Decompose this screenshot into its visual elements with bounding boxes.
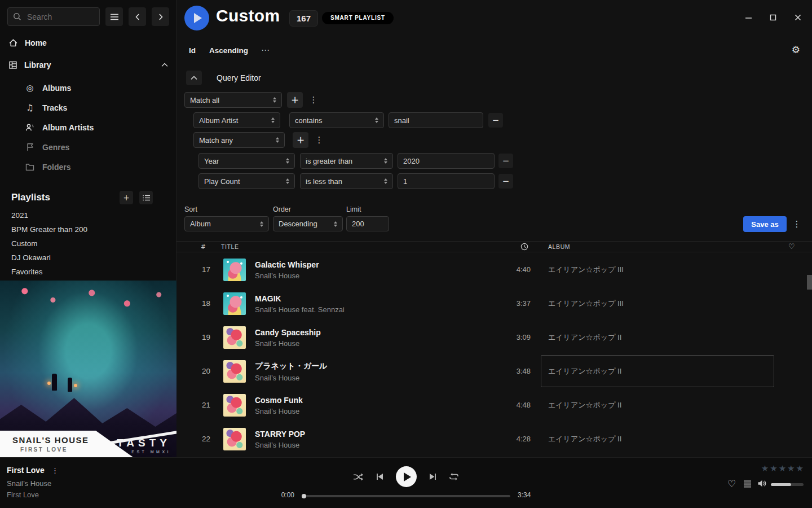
- rule-field-select[interactable]: Album Artist: [193, 112, 280, 128]
- sidebar-item-albums[interactable]: ◎ Albums: [0, 78, 176, 98]
- queue-icon[interactable]: [743, 480, 752, 488]
- rule-value-input[interactable]: [398, 153, 495, 169]
- maximize-button[interactable]: [768, 12, 778, 23]
- sidebar-item-tracks[interactable]: ♫ Tracks: [0, 98, 176, 117]
- playlist-item[interactable]: BPM Greater than 200: [0, 222, 176, 237]
- playlist-item[interactable]: Custom: [0, 237, 176, 251]
- star-icon[interactable]: ★: [770, 463, 777, 474]
- star-icon[interactable]: ★: [761, 463, 769, 474]
- playlist-options-button[interactable]: [139, 191, 153, 204]
- query-editor-collapse-button[interactable]: [186, 71, 202, 85]
- remove-rule-button[interactable]: −: [498, 174, 513, 189]
- nav-forward-button[interactable]: [152, 7, 169, 26]
- seek-knob[interactable]: [302, 494, 306, 498]
- rule-field-select[interactable]: Play Count: [198, 173, 295, 189]
- rule-operator-select[interactable]: is greater than: [300, 153, 393, 169]
- add-playlist-button[interactable]: +: [120, 191, 133, 204]
- repeat-button[interactable]: [449, 472, 459, 481]
- save-as-button[interactable]: Save as: [743, 216, 787, 232]
- sort-select[interactable]: Album: [184, 216, 269, 231]
- next-track-button[interactable]: [429, 472, 437, 481]
- table-row[interactable]: 18 MAGIK Snail’s House feat. Sennzai 3:3…: [176, 287, 812, 321]
- rule-value-input[interactable]: [389, 112, 483, 128]
- favorite-heart-icon[interactable]: ♡: [727, 478, 736, 489]
- close-button[interactable]: [793, 12, 803, 23]
- rule-operator-select[interactable]: is less than: [300, 173, 393, 189]
- sidebar-item-folders[interactable]: Folders: [0, 157, 176, 177]
- save-menu-icon[interactable]: ⋮: [792, 216, 801, 232]
- star-icon[interactable]: ★: [779, 463, 786, 474]
- gear-icon[interactable]: ⚙: [792, 44, 800, 55]
- add-rule-button[interactable]: +: [293, 132, 308, 148]
- table-row[interactable]: 19 Candy Spaceship Snail’s House 3:09 エイ…: [176, 321, 812, 354]
- rule-field-select[interactable]: Year: [198, 153, 295, 169]
- sort-direction-button[interactable]: Ascending: [209, 46, 248, 55]
- sidebar-item-genres[interactable]: Genres: [0, 137, 176, 157]
- remove-rule-button[interactable]: −: [498, 154, 513, 168]
- track-duration: 3:09: [492, 333, 531, 341]
- track-album: エイリアン☆ポップ II: [548, 332, 621, 343]
- table-row[interactable]: 20 プラネット・ガール Snail’s House 3:48 エイリアン☆ポッ…: [176, 354, 812, 388]
- table-row[interactable]: 21 Cosmo Funk Snail’s House 4:48 エイリアン☆ポ…: [176, 388, 812, 422]
- seek-bar[interactable]: [302, 495, 510, 497]
- track-album-cell[interactable]: エイリアン☆ポップ II: [541, 389, 774, 421]
- track-album-cell[interactable]: エイリアン☆ポップ III: [541, 253, 774, 286]
- playlist-item[interactable]: Favorites: [0, 265, 176, 279]
- track-artist: Snail’s House: [255, 339, 321, 348]
- track-album-cell[interactable]: エイリアン☆ポップ II: [541, 355, 774, 387]
- chevron-up-icon[interactable]: [161, 63, 168, 67]
- rating-stars: ★★★★★: [761, 463, 804, 474]
- sidebar-item-album-artists[interactable]: Album Artists: [0, 117, 176, 137]
- library-icon: [8, 60, 17, 69]
- table-row[interactable]: 22 STARRY POP Snail’s House 4:28 エイリアン☆ポ…: [176, 422, 812, 456]
- add-rule-button[interactable]: +: [287, 92, 303, 108]
- play-button[interactable]: [396, 466, 417, 487]
- previous-track-button[interactable]: [376, 472, 384, 481]
- shuffle-button[interactable]: [353, 472, 364, 481]
- favorite-column-heart-icon[interactable]: ♡: [788, 242, 795, 251]
- star-icon[interactable]: ★: [796, 463, 804, 474]
- nav-back-button[interactable]: [129, 7, 146, 26]
- sidebar-item-home[interactable]: Home: [8, 36, 168, 50]
- now-playing-artist[interactable]: Snail’s House: [7, 479, 51, 488]
- more-options-icon[interactable]: ⋯: [261, 45, 270, 55]
- column-title[interactable]: TITLE: [221, 243, 239, 250]
- app-window: Home Library ◎ Albums ♫ Tracks: [0, 0, 812, 508]
- track-number: 17: [188, 265, 210, 274]
- playlist-item[interactable]: DJ Okawari: [0, 251, 176, 265]
- menu-button[interactable]: [105, 7, 123, 26]
- track-meta: プラネット・ガール Snail’s House: [255, 361, 327, 382]
- group-menu-icon[interactable]: ⋮: [315, 132, 324, 148]
- group-menu-icon[interactable]: ⋮: [309, 92, 318, 108]
- column-album[interactable]: ALBUM: [548, 243, 570, 250]
- volume-icon[interactable]: [757, 479, 767, 488]
- column-index[interactable]: #: [201, 243, 206, 250]
- track-album-cell[interactable]: エイリアン☆ポップ II: [541, 321, 774, 353]
- minimize-button[interactable]: [743, 12, 753, 23]
- star-icon[interactable]: ★: [787, 463, 795, 474]
- table-row[interactable]: 17 Galactic Whisper Snail’s House 4:40 エ…: [176, 253, 812, 287]
- search-box[interactable]: [7, 7, 100, 26]
- rule-operator-select[interactable]: contains: [289, 112, 384, 128]
- play-playlist-button[interactable]: [184, 6, 209, 30]
- limit-input[interactable]: [346, 216, 389, 231]
- order-select[interactable]: Descending: [273, 216, 343, 231]
- playlist-item[interactable]: 2021: [0, 208, 176, 222]
- volume-slider[interactable]: [771, 483, 804, 486]
- duration-column-clock-icon[interactable]: [520, 243, 528, 251]
- sort-field-button[interactable]: Id: [189, 46, 196, 55]
- play-icon: [404, 472, 411, 481]
- scrollbar-thumb[interactable]: [807, 275, 812, 290]
- track-number: 18: [188, 299, 210, 308]
- track-album-cell[interactable]: エイリアン☆ポップ II: [541, 423, 774, 455]
- search-input[interactable]: [26, 12, 94, 22]
- match-any-select[interactable]: Match any: [193, 132, 285, 148]
- rule-value-input[interactable]: [398, 173, 495, 189]
- match-all-select[interactable]: Match all: [184, 92, 282, 108]
- sidebar-item-library[interactable]: Library: [8, 58, 168, 72]
- now-playing-album[interactable]: First Love: [7, 491, 39, 499]
- remove-rule-button[interactable]: −: [488, 113, 503, 128]
- track-album-cell[interactable]: エイリアン☆ポップ III: [541, 287, 774, 319]
- sidebar-item-label: Genres: [42, 143, 69, 152]
- track-menu-icon[interactable]: ⋮: [51, 466, 59, 475]
